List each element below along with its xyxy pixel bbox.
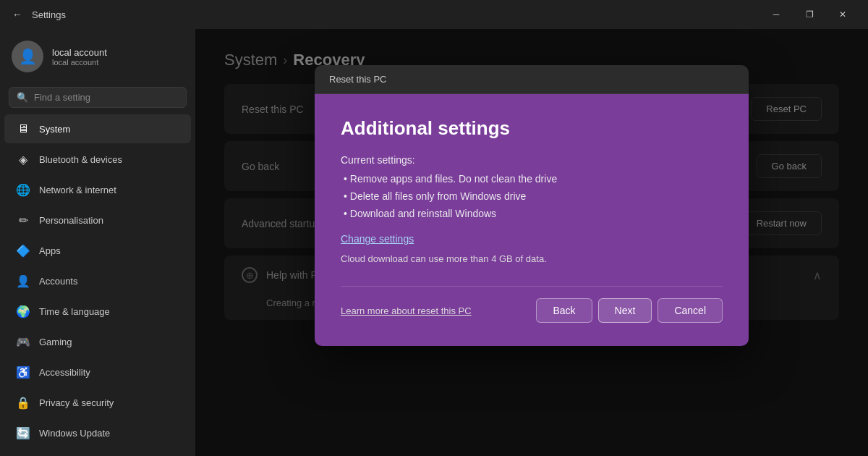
sidebar-item-label: Apps — [39, 245, 61, 256]
accounts-icon: 👤 — [16, 274, 30, 288]
system-icon: 🖥 — [16, 122, 30, 136]
sidebar-item-label: Personalisation — [39, 215, 103, 226]
sidebar-item-system[interactable]: 🖥 System — [4, 114, 191, 143]
sidebar-item-label: Time & language — [39, 306, 110, 317]
gaming-icon: 🎮 — [16, 334, 30, 349]
dialog-wrapper: Reset this PC Additional settings Curren… — [195, 29, 868, 456]
list-item: • Remove apps and files. Do not clean th… — [341, 173, 723, 185]
back-button[interactable]: Back — [536, 298, 592, 323]
sidebar-item-label: Accounts — [39, 276, 77, 287]
maximize-button[interactable]: ❐ — [793, 0, 826, 29]
sidebar: 👤 local account local account 🔍 🖥 System… — [0, 29, 195, 456]
settings-list: • Remove apps and files. Do not clean th… — [341, 173, 723, 219]
winupdate-icon: 🔄 — [16, 426, 30, 440]
sidebar-item-winupdate[interactable]: 🔄 Windows Update — [4, 418, 191, 447]
personalisation-icon: ✏ — [16, 213, 30, 227]
cancel-button[interactable]: Cancel — [658, 298, 723, 323]
privacy-icon: 🔒 — [16, 395, 30, 410]
sidebar-item-privacy[interactable]: 🔒 Privacy & security — [4, 388, 191, 417]
time-icon: 🌍 — [16, 304, 30, 318]
user-email: local account — [52, 58, 107, 67]
dialog-content: Additional settings Current settings: • … — [341, 117, 723, 279]
bluetooth-icon: ◈ — [16, 152, 30, 166]
change-settings-link[interactable]: Change settings — [341, 233, 414, 245]
reset-pc-dialog: Reset this PC Additional settings Curren… — [315, 65, 749, 346]
next-button[interactable]: Next — [598, 298, 652, 323]
dialog-actions: Back Next Cancel — [536, 298, 723, 323]
dialog-footer: Learn more about reset this PC Back Next… — [341, 286, 723, 323]
user-name: local account — [52, 47, 107, 58]
network-icon: 🌐 — [16, 182, 30, 197]
sidebar-item-label: Privacy & security — [39, 397, 114, 408]
app-title: Settings — [32, 9, 66, 20]
dialog-titlebar: Reset this PC — [315, 65, 749, 94]
sidebar-item-personalisation[interactable]: ✏ Personalisation — [4, 206, 191, 235]
learn-more-link[interactable]: Learn more about reset this PC — [341, 305, 472, 316]
sidebar-item-label: System — [39, 124, 70, 135]
search-box[interactable]: 🔍 — [9, 87, 187, 108]
minimize-button[interactable]: ─ — [760, 0, 793, 29]
dialog-title: Additional settings — [341, 117, 723, 140]
sidebar-item-label: Bluetooth & devices — [39, 154, 122, 165]
sidebar-item-network[interactable]: 🌐 Network & internet — [4, 175, 191, 204]
dialog-subtitle: Current settings: — [341, 154, 723, 166]
search-icon: 🔍 — [17, 92, 28, 103]
app-body: 👤 local account local account 🔍 🖥 System… — [0, 29, 868, 456]
content-area: System › Recovery Reset this PC Reset PC… — [195, 29, 868, 456]
user-profile: 👤 local account local account — [0, 35, 195, 84]
list-item: • Delete all files only from Windows dri… — [341, 190, 723, 202]
sidebar-item-time[interactable]: 🌍 Time & language — [4, 297, 191, 326]
titlebar-left: ← Settings — [9, 6, 66, 23]
dialog-note: Cloud download can use more than 4 GB of… — [341, 253, 723, 264]
sidebar-item-label: Accessibility — [39, 367, 90, 378]
sidebar-item-bluetooth[interactable]: ◈ Bluetooth & devices — [4, 145, 191, 174]
close-button[interactable]: ✕ — [826, 0, 859, 29]
sidebar-item-gaming[interactable]: 🎮 Gaming — [4, 327, 191, 356]
avatar: 👤 — [12, 41, 43, 72]
sidebar-item-apps[interactable]: 🔷 Apps — [4, 236, 191, 265]
back-button[interactable]: ← — [9, 6, 26, 23]
user-info: local account local account — [52, 47, 107, 67]
search-input[interactable] — [34, 92, 179, 103]
titlebar: ← Settings ─ ❐ ✕ — [0, 0, 868, 29]
dialog-body: Additional settings Current settings: • … — [315, 94, 749, 346]
sidebar-item-label: Network & internet — [39, 185, 116, 195]
sidebar-item-label: Windows Update — [39, 428, 110, 439]
list-item: • Download and reinstall Windows — [341, 208, 723, 219]
apps-icon: 🔷 — [16, 243, 30, 258]
accessibility-icon: ♿ — [16, 365, 30, 379]
window-controls: ─ ❐ ✕ — [760, 0, 859, 29]
sidebar-item-accounts[interactable]: 👤 Accounts — [4, 266, 191, 295]
sidebar-item-label: Gaming — [39, 337, 72, 347]
sidebar-item-accessibility[interactable]: ♿ Accessibility — [4, 358, 191, 387]
